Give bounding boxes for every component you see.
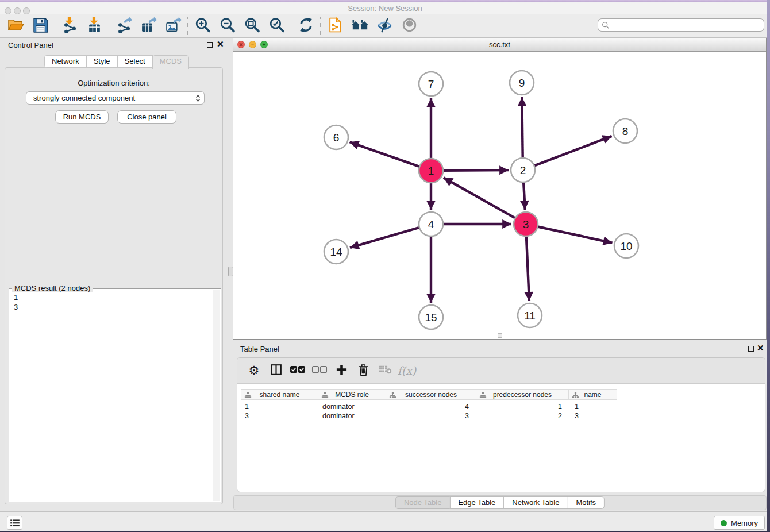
graph-node-8[interactable]: 8 [613, 119, 637, 143]
tab-node-table[interactable]: Node Table [395, 496, 451, 509]
window-title: Session: New Session [0, 2, 770, 14]
run-mcds-button[interactable]: Run MCDS [55, 110, 109, 124]
graph-node-4[interactable]: 4 [419, 212, 443, 236]
table-tabs-strip: Node TableEdge TableNetwork TableMotifs [233, 495, 767, 510]
graph-edge-2-9[interactable] [522, 97, 522, 159]
cell-successor-nodes[interactable]: 4 [387, 402, 478, 411]
memory-button[interactable]: Memory [714, 516, 765, 530]
hide-selected-button[interactable] [372, 16, 397, 37]
graph-edge-3-10[interactable] [537, 226, 613, 242]
cell-name[interactable]: 1 [571, 402, 619, 411]
task-history-button[interactable] [7, 516, 22, 530]
search-input[interactable] [612, 20, 764, 30]
cell-mcds-role[interactable]: dominator [318, 411, 387, 421]
graph-edge-3-1[interactable] [444, 178, 516, 218]
cell-predecessor-nodes[interactable]: 1 [478, 402, 571, 411]
cell-successor-nodes[interactable]: 3 [387, 411, 478, 421]
optimization-criterion-label: Optimization criterion: [5, 79, 222, 87]
graph-node-7[interactable]: 7 [419, 72, 443, 96]
minimize-window-button[interactable] [14, 7, 21, 14]
tab-style[interactable]: Style [86, 55, 118, 68]
graph-edge-4-14[interactable] [350, 228, 420, 248]
graph-node-14[interactable]: 14 [324, 240, 348, 264]
tab-edge-table[interactable]: Edge Table [449, 496, 504, 509]
window-traffic-lights[interactable] [5, 7, 30, 14]
import-table-button[interactable] [82, 16, 107, 37]
tab-select[interactable]: Select [117, 55, 153, 68]
cell-shared-name[interactable]: 1 [241, 402, 318, 411]
cell-name[interactable]: 3 [571, 411, 619, 421]
graph-edge-2-8[interactable] [534, 136, 612, 166]
first-neighbors-button[interactable] [348, 16, 372, 37]
tab-network-table[interactable]: Network Table [503, 496, 568, 509]
network-window-titlebar[interactable]: ✕ − + scc.txt [233, 38, 766, 52]
show-all-button[interactable] [397, 16, 422, 37]
settings-button[interactable]: ⚙ [243, 360, 265, 381]
mcds-result-scrollbar[interactable] [213, 290, 220, 501]
mcds-result-list[interactable]: 13 [9, 290, 22, 314]
graph-edge-1-2[interactable] [442, 170, 509, 171]
table-row[interactable]: 1dominator411 [241, 402, 765, 411]
refresh-button[interactable] [294, 16, 318, 37]
import-network-button[interactable] [57, 16, 82, 37]
svg-text:14: 14 [330, 246, 342, 258]
select-all-columns-button[interactable] [287, 360, 309, 381]
control-panel-float-icon[interactable] [207, 42, 213, 48]
deselect-all-columns-button[interactable] [309, 360, 330, 381]
graph-edge-3-11[interactable] [526, 236, 529, 301]
column-header-successor-nodes[interactable]: successor nodes [386, 389, 476, 400]
new-network-from-selection-button[interactable] [323, 16, 348, 37]
open-session-button[interactable] [3, 16, 28, 37]
graph-edge-1-6[interactable] [350, 142, 421, 167]
export-table-button[interactable] [136, 16, 161, 37]
cell-shared-name[interactable]: 3 [241, 411, 318, 421]
column-header-name[interactable]: name [568, 389, 617, 400]
export-image-button[interactable] [161, 16, 186, 37]
table-panel-float-icon[interactable] [748, 346, 754, 352]
network-graph[interactable]: 7968124314101511 [233, 51, 766, 339]
optimization-criterion-select[interactable]: strongly connected component [26, 91, 205, 105]
network-zoom-button[interactable]: + [260, 41, 268, 48]
network-resize-handle[interactable] [498, 333, 502, 338]
column-header-shared-name[interactable]: shared name [241, 389, 318, 400]
toolbar-separator [109, 17, 110, 35]
graph-node-3[interactable]: 3 [514, 212, 538, 236]
column-tree-icon [321, 392, 329, 399]
control-panel-close-icon[interactable]: ✕ [217, 41, 224, 48]
close-window-button[interactable] [5, 7, 11, 14]
graph-node-1[interactable]: 1 [419, 159, 443, 183]
close-panel-button[interactable]: Close panel [117, 110, 176, 124]
node-table-container: ⚙f(x) shared nameMCDS rolesuccessor node… [237, 357, 765, 492]
graph-node-6[interactable]: 6 [324, 125, 348, 149]
add-column-button[interactable] [330, 360, 352, 381]
zoom-fit-button[interactable] [240, 16, 264, 37]
zoom-selected-button[interactable] [264, 16, 289, 37]
tab-network[interactable]: Network [44, 55, 87, 68]
graph-node-15[interactable]: 15 [419, 305, 443, 329]
graph-node-10[interactable]: 10 [614, 234, 638, 258]
tab-motifs[interactable]: Motifs [567, 496, 605, 509]
column-header-mcds-role[interactable]: MCDS role [318, 389, 386, 400]
graph-node-11[interactable]: 11 [518, 303, 542, 327]
zoom-in-button[interactable] [190, 16, 215, 37]
graph-edge-2-3[interactable] [523, 182, 525, 210]
column-header-predecessor-nodes[interactable]: predecessor nodes [476, 389, 569, 400]
cell-mcds-role[interactable]: dominator [318, 402, 387, 411]
graph-node-9[interactable]: 9 [510, 71, 534, 95]
table-panel-close-icon[interactable]: ✕ [757, 345, 764, 352]
tab-mcds[interactable]: MCDS [152, 55, 189, 69]
network-window-title: scc.txt [233, 38, 766, 51]
network-canvas[interactable]: 7968124314101511 [233, 51, 766, 339]
zoom-out-button[interactable] [215, 16, 240, 37]
split-view-button[interactable] [265, 360, 287, 381]
search-box[interactable] [598, 18, 764, 32]
graph-node-2[interactable]: 2 [511, 158, 535, 182]
network-minimize-button[interactable]: − [249, 41, 256, 48]
table-row[interactable]: 3dominator323 [241, 411, 765, 421]
delete-column-button[interactable] [352, 360, 374, 381]
network-close-button[interactable]: ✕ [237, 41, 245, 48]
save-session-button[interactable] [28, 16, 53, 37]
zoom-window-button[interactable] [23, 7, 30, 14]
export-network-button[interactable] [111, 16, 136, 37]
cell-predecessor-nodes[interactable]: 2 [478, 411, 571, 421]
